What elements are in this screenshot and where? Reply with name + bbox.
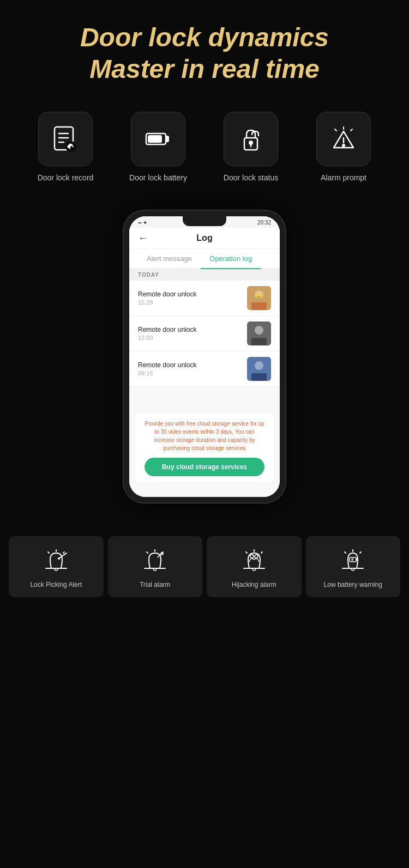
log-time-1: 15:28	[138, 299, 242, 306]
trial-icon	[139, 547, 171, 574]
log-text-3: Remote door unlock 09:16	[138, 361, 242, 377]
svg-line-40	[360, 552, 361, 553]
alerts-section: Lock Picking Alert Trial alarm	[0, 525, 409, 614]
svg-point-20	[255, 326, 263, 335]
status-icon-box	[224, 112, 278, 166]
log-action-3: Remote door unlock	[138, 361, 242, 369]
battery-icon	[143, 124, 173, 154]
feature-status-label: Door lock status	[224, 173, 278, 183]
alarm-icon	[328, 124, 359, 154]
svg-rect-43	[356, 559, 357, 561]
lock-picking-icon	[40, 547, 73, 574]
log-action-2: Remote door unlock	[138, 326, 242, 333]
svg-point-38	[255, 555, 258, 558]
phone-section: ▪▪ ✦ 20:32 ← Log Alert message Operation…	[0, 199, 409, 525]
alert-hijacking-label: Hijacking alarm	[232, 581, 276, 590]
log-time-2: 12:00	[138, 335, 242, 341]
alarm-icon-box	[316, 112, 371, 166]
svg-line-27	[48, 552, 49, 553]
alert-lock-picking-label: Lock Picking Alert	[30, 581, 82, 590]
battery-icon-box	[131, 112, 185, 166]
feature-battery: Door lock battery	[120, 112, 196, 183]
log-avatar-3	[247, 357, 271, 381]
alert-low-battery-label: Low battery warning	[324, 581, 382, 590]
buy-cloud-button[interactable]: Buy cloud storage services	[145, 458, 264, 476]
log-item-1: Remote door unlock 15:28 👷	[129, 281, 280, 316]
log-avatar-2	[247, 321, 271, 345]
svg-rect-24	[251, 373, 267, 381]
app-header: ← Log	[129, 228, 280, 249]
svg-line-36	[246, 552, 247, 553]
status-left: ▪▪ ✦	[138, 220, 147, 226]
feature-alarm: Alarm prompt	[305, 112, 382, 183]
svg-point-37	[250, 555, 254, 558]
app-content: ← Log Alert message Operation log TODAY	[129, 228, 280, 497]
alerts-grid: Lock Picking Alert Trial alarm	[9, 536, 400, 597]
app-tabs: Alert message Operation log	[129, 249, 280, 269]
hijacking-icon	[238, 547, 270, 574]
status-icon	[236, 124, 266, 154]
svg-rect-7	[148, 136, 161, 142]
svg-text:👷: 👷	[256, 294, 262, 299]
low-battery-icon	[336, 547, 369, 574]
features-row: Door lock record Door lock battery Door …	[0, 101, 409, 199]
header-section: Door lock dynamics Master in real time	[0, 0, 409, 101]
feature-record: Door lock record	[27, 112, 104, 183]
phone-notch	[183, 216, 226, 226]
svg-line-26	[63, 552, 64, 553]
feature-status: Door lock status	[213, 112, 289, 183]
svg-rect-6	[166, 136, 169, 142]
promo-text: Provide you with free cloud storage serv…	[145, 420, 264, 452]
cloud-promo: Provide you with free cloud storage serv…	[136, 413, 273, 482]
tab-operation[interactable]: Operation log	[201, 249, 261, 269]
alert-hijacking: Hijacking alarm	[207, 536, 302, 597]
svg-line-32	[147, 552, 148, 553]
svg-line-41	[345, 552, 346, 553]
section-today: TODAY	[129, 269, 280, 281]
svg-point-46	[353, 561, 353, 561]
tab-alert[interactable]: Alert message	[138, 249, 201, 268]
app-screen-title: Log	[196, 233, 212, 243]
feature-alarm-label: Alarm prompt	[321, 173, 366, 183]
log-text-2: Remote door unlock 12:00	[138, 326, 242, 341]
page-title: Door lock dynamics Master in real time	[11, 22, 398, 84]
alert-lock-picking: Lock Picking Alert	[9, 536, 104, 597]
status-time: 20:32	[257, 220, 271, 226]
phone-screen: ▪▪ ✦ 20:32 ← Log Alert message Operation…	[129, 216, 280, 497]
log-time-3: 09:16	[138, 370, 242, 377]
log-item-2: Remote door unlock 12:00	[129, 316, 280, 351]
alert-trial: Trial alarm	[108, 536, 203, 597]
svg-rect-17	[251, 302, 267, 310]
log-item-3: Remote door unlock 09:16	[129, 351, 280, 387]
back-button[interactable]: ←	[138, 233, 148, 244]
log-action-1: Remote door unlock	[138, 290, 242, 298]
svg-line-35	[261, 552, 262, 553]
feature-record-label: Door lock record	[38, 173, 94, 183]
svg-rect-21	[251, 338, 267, 345]
alert-trial-label: Trial alarm	[140, 581, 170, 590]
record-icon-box	[38, 112, 93, 166]
feature-battery-label: Door lock battery	[129, 173, 187, 183]
svg-line-14	[335, 129, 336, 131]
log-avatar-1: 👷	[247, 286, 271, 310]
record-icon	[50, 124, 81, 154]
svg-point-29	[58, 557, 60, 560]
log-text-1: Remote door unlock 15:28	[138, 290, 242, 306]
phone-mockup: ▪▪ ✦ 20:32 ← Log Alert message Operation…	[123, 210, 286, 503]
svg-line-13	[351, 129, 352, 131]
alert-low-battery: Low battery warning	[306, 536, 401, 597]
svg-point-11	[342, 144, 345, 147]
svg-point-23	[255, 361, 263, 370]
